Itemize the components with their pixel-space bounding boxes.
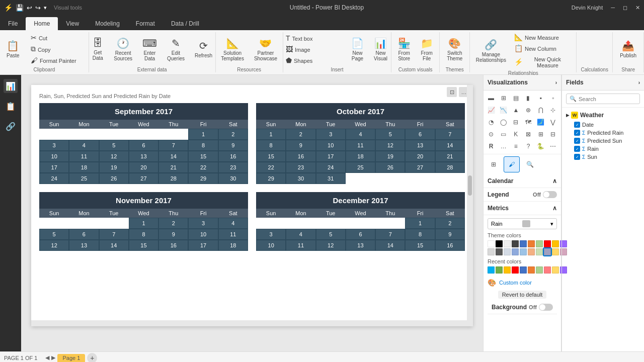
legend-section-header[interactable]: Legend Off: [488, 191, 557, 198]
copy-button[interactable]: ⧉ Copy: [28, 44, 88, 54]
restore-btn[interactable]: ◻: [623, 5, 627, 11]
rain-selector[interactable]: Rain ▾: [488, 218, 557, 229]
background-section-header[interactable]: Background Off: [492, 304, 553, 311]
new-measure-button[interactable]: 📐 New Measure: [511, 32, 574, 42]
viz-custom[interactable]: …: [498, 141, 509, 152]
viz-area[interactable]: 📉: [498, 105, 509, 116]
from-file-button[interactable]: 📁 FromFile: [417, 35, 437, 63]
textbox-button[interactable]: T Text box: [283, 33, 343, 43]
viz-filled-map[interactable]: 🗾: [535, 117, 546, 128]
sidebar-report-icon[interactable]: 📊: [4, 79, 18, 93]
viz-treemap[interactable]: ⊟: [510, 117, 521, 128]
recent-color-7[interactable]: [536, 266, 543, 274]
date-checkbox[interactable]: ✓: [574, 122, 580, 128]
color-swatch-green[interactable]: [536, 240, 543, 247]
color-swatch-silver[interactable]: [488, 248, 495, 255]
color-swatch-red[interactable]: [544, 240, 551, 247]
field-date[interactable]: ✓ Date: [566, 121, 640, 129]
viz-scatter[interactable]: ⊹: [547, 105, 558, 116]
viz-format-tab[interactable]: 🖌: [504, 156, 520, 172]
color-swatch-white[interactable]: [488, 240, 495, 247]
calendar-section-header[interactable]: Calendar ∧: [488, 177, 557, 185]
close-btn[interactable]: ✕: [635, 5, 640, 11]
horizontal-scrollbar[interactable]: [31, 320, 467, 326]
quick-access-more[interactable]: ▾: [44, 5, 47, 11]
recent-color-3[interactable]: [504, 266, 511, 274]
search-input[interactable]: [579, 96, 636, 102]
minimize-btn[interactable]: ─: [611, 5, 615, 11]
page-prev-btn[interactable]: ◀: [45, 354, 49, 361]
viz-slicer[interactable]: ⊠: [523, 129, 534, 140]
viz-card[interactable]: ▭: [498, 129, 509, 140]
recent-color-1[interactable]: [488, 266, 495, 274]
color-swatch-lightyellow[interactable]: [552, 248, 559, 255]
refresh-button[interactable]: ⟳ Refresh: [191, 38, 216, 60]
tab-file[interactable]: File: [0, 17, 26, 30]
viz-clustered-col[interactable]: ▪: [535, 93, 546, 104]
sidebar-model-icon[interactable]: 🔗: [4, 119, 18, 133]
image-button[interactable]: 🖼 Image: [283, 44, 343, 54]
weather-group-header[interactable]: ▸ W Weather: [566, 110, 640, 121]
recent-color-2[interactable]: [496, 266, 503, 274]
viz-python[interactable]: 🐍: [535, 141, 546, 152]
new-column-button[interactable]: 📋 New Column: [511, 43, 574, 53]
viz-100pct-col[interactable]: ▫: [547, 93, 558, 104]
viz-q-and-a[interactable]: ?: [523, 141, 534, 152]
new-page-button[interactable]: 📄 NewPage: [347, 35, 368, 63]
viz-r-visual[interactable]: R: [486, 141, 497, 152]
field-predicted-sun[interactable]: ✓ Σ Predicted Sun: [566, 137, 640, 145]
viz-table[interactable]: ⊞: [535, 129, 546, 140]
viz-pie[interactable]: ◔: [486, 117, 497, 128]
viz-funnel[interactable]: ⋁: [547, 117, 558, 128]
viz-stacked-col[interactable]: ▮: [523, 93, 534, 104]
rain-checkbox[interactable]: ✓: [574, 146, 580, 152]
viz-multi-row-card[interactable]: ≡: [510, 141, 521, 152]
viz-line[interactable]: 📈: [486, 105, 497, 116]
field-rain[interactable]: ✓ Σ Rain: [566, 145, 640, 153]
recent-color-6[interactable]: [528, 266, 535, 274]
enter-data-button[interactable]: ⌨ EnterData: [138, 35, 161, 63]
solution-templates-button[interactable]: 📐 SolutionTemplates: [217, 35, 248, 63]
field-sun[interactable]: ✓ Σ Sun: [566, 153, 640, 161]
quick-access-save[interactable]: 💾: [16, 4, 24, 12]
viz-ribbon[interactable]: ⊛: [523, 105, 534, 116]
recent-sources-button[interactable]: 🕐 RecentSources: [110, 35, 136, 63]
get-data-button[interactable]: 🗄 GetData: [88, 35, 108, 63]
scroll-thumb[interactable]: [468, 175, 472, 196]
color-swatch-lightblue[interactable]: [520, 248, 527, 255]
recent-color-4[interactable]: [512, 266, 519, 274]
recent-color-8[interactable]: [544, 266, 551, 274]
tab-format[interactable]: Format: [128, 17, 163, 30]
visualizations-expand-icon[interactable]: ›: [555, 80, 557, 85]
viz-analytics-tab[interactable]: 🔍: [522, 156, 538, 172]
color-swatch-bluelight[interactable]: [504, 248, 511, 255]
revert-row[interactable]: Revert to default: [488, 289, 557, 301]
viz-fields-tab[interactable]: ⊞: [486, 156, 502, 172]
predicted-rain-checkbox[interactable]: ✓: [574, 130, 580, 136]
recent-color-5[interactable]: [520, 266, 527, 274]
viz-matrix[interactable]: ⊟: [547, 129, 558, 140]
canvas-expand-btn[interactable]: ⊡: [447, 87, 457, 97]
quick-access-redo[interactable]: ↪: [35, 4, 41, 12]
paste-button[interactable]: 📋 Paste: [1, 38, 26, 60]
add-page-button[interactable]: +: [87, 353, 97, 363]
partner-showcase-button[interactable]: 🤝 PartnerShowcase: [250, 35, 281, 63]
tab-modeling[interactable]: Modeling: [87, 17, 128, 30]
viz-gauge[interactable]: ⊙: [486, 129, 497, 140]
viz-more[interactable]: ⋯: [547, 141, 558, 152]
viz-line-stacked[interactable]: ▲: [510, 105, 521, 116]
viz-map[interactable]: 🗺: [523, 117, 534, 128]
color-swatch-lightgray[interactable]: [504, 240, 511, 247]
new-quick-measure-button[interactable]: ⚡ New Quick Measure: [511, 54, 574, 69]
from-store-button[interactable]: 🏪 FromStore: [394, 35, 415, 63]
viz-stacked-bar[interactable]: ▬: [486, 93, 497, 104]
legend-toggle[interactable]: [543, 191, 557, 198]
color-swatch-darkgray[interactable]: [512, 240, 519, 247]
color-swatch-periwinkle[interactable]: [512, 248, 519, 255]
field-predicted-rain[interactable]: ✓ Σ Predicted Rain: [566, 129, 640, 137]
tab-data-drill[interactable]: Data / Drill: [163, 17, 207, 30]
sun-checkbox[interactable]: ✓: [574, 154, 580, 160]
color-swatch-gray[interactable]: [496, 248, 503, 255]
page-tab-1[interactable]: Page 1: [57, 354, 85, 362]
fields-expand-icon[interactable]: ›: [638, 80, 640, 85]
